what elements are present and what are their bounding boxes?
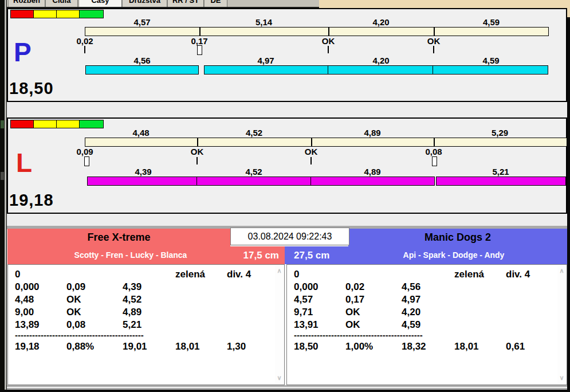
result-cell: 0 [15,269,20,280]
p-upper-split-4: 4,59 [434,17,549,27]
summary-cell: 0,88% [66,341,94,352]
bar-divider [197,138,198,146]
lane-l-panel: L 4,48 4,52 4,89 5,29 0,09 OK OK 0,08 4,… [7,117,567,214]
left-results-listbox[interactable]: 0 zelená div. 4 0,000 0,09 4,39 4,48 OK … [7,264,285,385]
summary-cell: 19,01 [123,341,147,352]
crossing-tick-marker [84,46,85,53]
crossing-tick-marker [196,157,198,164]
right-team-name: Manic Dogs 2 [348,229,567,246]
left-scrollbar[interactable]: ∧ ∨ [275,265,284,384]
p-lower-split-1: 4,56 [113,56,171,65]
scroll-down-icon[interactable]: ∨ [557,374,566,382]
left-team-dogs: Scotty - Fren - Lucky - Blanca [7,246,254,264]
right-scrollbar[interactable]: ∧ ∨ [557,265,566,384]
desktop-speck [1,172,4,180]
p-run-segment-2 [204,65,328,75]
bar-divider [328,28,329,36]
bar-divider [434,28,435,36]
bar-divider [311,138,312,146]
p-crossing-2: 0,17 [181,36,218,46]
separator-dashes: ----------------------------------------… [294,330,423,340]
result-cell: OK [66,307,81,318]
p-lower-split-2: 4,97 [237,56,294,65]
crossing-box-marker [432,156,437,166]
crossing-tick-marker [328,46,329,53]
separator-dashes: ----------------------------------------… [15,330,144,340]
l-lower-split-1: 4,39 [115,167,172,177]
l-upper-time-bar [85,138,567,147]
summary-cell: 18,01 [454,341,479,352]
p-run-segment-1 [85,65,199,75]
tab-de[interactable]: DE [204,0,227,7]
tab-druzstva[interactable]: Družstva [122,0,167,7]
result-cell: div. 4 [227,269,251,280]
window-left-edge [5,0,6,392]
result-cell: 4,97 [402,294,420,305]
tab-cidla[interactable]: Cidla [45,0,78,7]
l-crossing-3: OK [293,147,329,156]
light-yellow-cell [33,120,58,128]
result-cell: OK [345,319,360,331]
l-run-segment-2 [196,177,312,186]
l-upper-split-3: 4,89 [311,128,434,138]
lane-p-total-time: 18,50 [9,79,54,98]
crossing-tick-marker [433,46,434,53]
p-crossing-3: OK [310,36,347,46]
result-cell: 5,21 [123,319,141,331]
tab-rozbeh[interactable]: Rozbeh [8,0,45,7]
l-lower-split-2: 4,52 [225,167,282,177]
l-lower-split-4: 5,21 [472,167,529,177]
summary-cell: 1,00% [345,341,373,352]
light-yellow-cell [56,10,81,18]
p-crossing-4: OK [415,36,452,46]
summary-cell: 18,01 [175,341,200,352]
result-cell: 4,52 [123,294,141,305]
heat-timestamp: 03.08.2024 09:22:43 [230,228,349,245]
right-results-listbox[interactable]: 0 zelená div. 4 0,000 0,02 4,56 4,57 0,1… [286,264,567,385]
l-run-segment-4 [436,177,566,186]
result-cell: 0,02 [345,281,364,293]
p-run-segment-3 [328,65,434,75]
window-bottom-edge [0,390,570,392]
l-upper-split-1: 4,48 [85,128,197,138]
p-crossing-1: 0,02 [66,36,103,46]
result-cell: 4,89 [123,307,141,318]
p-upper-split-2: 5,14 [199,17,328,27]
result-cell: 0 [294,269,299,280]
window-right-edge [567,19,570,390]
crossing-box-marker [197,45,202,55]
result-cell: 0,08 [66,319,85,331]
result-cell: 4,39 [123,281,141,293]
result-cell: zelená [175,269,205,280]
result-cell: div. 4 [506,269,530,280]
result-cell: OK [345,307,360,318]
left-team-name: Free X-treme [7,229,230,246]
crossing-tick-marker [310,157,312,164]
summary-cell: 1,30 [227,341,246,352]
scroll-down-icon[interactable]: ∨ [275,374,284,382]
result-cell: zelená [454,269,484,280]
lane-p-letter: P [14,39,32,65]
result-cell: 4,59 [402,319,420,331]
left-team-jump-height: 17,5 cm [243,246,279,264]
l-lower-split-3: 4,89 [344,167,401,177]
l-run-segment-3 [310,177,435,186]
light-red-cell [10,10,35,18]
result-cell: 13,91 [294,319,319,331]
p-upper-split-3: 4,20 [328,17,434,27]
l-upper-split-4: 5,29 [434,128,566,138]
p-lower-split-3: 4,20 [352,56,410,65]
tab-rr-st[interactable]: RR / ST [167,0,204,7]
bar-divider [199,28,201,36]
right-team-dogs: Api - Spark - Dodge - Andy [342,246,565,264]
bottom-band-highlight [7,387,567,388]
right-team-jump-height: 27,5 cm [294,246,329,264]
light-red-cell [10,120,35,128]
bar-divider [434,138,435,146]
scroll-up-icon[interactable]: ∧ [275,267,284,275]
l-upper-split-2: 4,52 [197,128,311,138]
l-crossing-1: 0,09 [66,147,103,156]
result-cell: 9,71 [294,307,313,318]
scroll-up-icon[interactable]: ∧ [557,267,566,275]
result-cell: 4,48 [15,294,34,305]
